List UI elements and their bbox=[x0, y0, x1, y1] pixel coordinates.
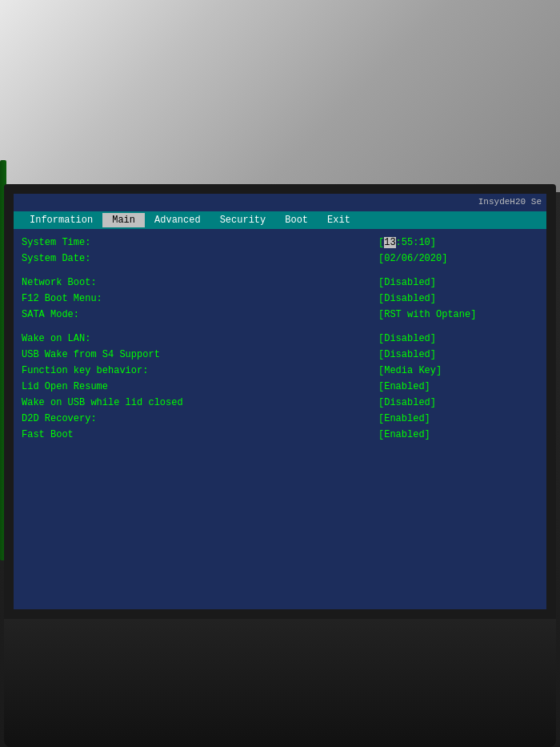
brand-name: InsydeH20 bbox=[478, 197, 526, 207]
lid-open-value: [Enabled] bbox=[378, 380, 538, 394]
fast-boot-value: [Enabled] bbox=[378, 428, 538, 442]
usb-wake-value: [Disabled] bbox=[378, 347, 538, 362]
wake-usb-lid-label: Wake on USB while lid closed bbox=[22, 396, 246, 410]
fast-boot-label: Fast Boot bbox=[22, 428, 246, 442]
fast-boot-row: Fast Boot [Enabled] bbox=[22, 428, 538, 442]
network-boot-label: Network Boot: bbox=[22, 275, 246, 290]
gap-1 bbox=[22, 267, 538, 275]
lid-open-row: Lid Open Resume [Enabled] bbox=[22, 380, 538, 394]
d2d-recovery-value: [Enabled] bbox=[378, 412, 538, 426]
system-date-value: [02/06/2020] bbox=[378, 251, 538, 266]
wake-usb-lid-value: [Disabled] bbox=[378, 396, 538, 410]
network-boot-row: Network Boot: [Disabled] bbox=[22, 275, 538, 290]
system-date-label: System Date: bbox=[22, 251, 246, 266]
function-key-row: Function key behavior: [Media Key] bbox=[22, 363, 538, 378]
wake-lan-row: Wake on LAN: [Disabled] bbox=[22, 331, 538, 346]
screen-bezel: InsydeH20 Se Information Main Advanced S… bbox=[4, 184, 556, 619]
menu-item-main[interactable]: Main bbox=[102, 213, 145, 227]
lid-open-label: Lid Open Resume bbox=[22, 380, 246, 394]
function-key-value: [Media Key] bbox=[378, 363, 538, 378]
f12-boot-value: [Disabled] bbox=[378, 291, 538, 306]
system-time-highlight: 13 bbox=[384, 237, 395, 248]
wake-lan-label: Wake on LAN: bbox=[22, 331, 246, 346]
gap-2 bbox=[22, 323, 538, 331]
sata-mode-value: [RST with Optane] bbox=[378, 307, 538, 322]
sata-mode-row: SATA Mode: [RST with Optane] bbox=[22, 307, 538, 322]
bios-brand: InsydeH20 Se bbox=[478, 197, 542, 207]
menu-bar[interactable]: Information Main Advanced Security Boot … bbox=[14, 211, 546, 229]
menu-item-security[interactable]: Security bbox=[210, 213, 276, 227]
bottom-bezel bbox=[4, 619, 556, 747]
bios-content: System Time: [13:55:10] System Date: [02… bbox=[22, 235, 538, 601]
f12-boot-label: F12 Boot Menu: bbox=[22, 291, 246, 306]
sata-mode-label: SATA Mode: bbox=[22, 307, 246, 322]
system-date-row: System Date: [02/06/2020] bbox=[22, 251, 538, 266]
usb-wake-row: USB Wake from S4 Support [Disabled] bbox=[22, 347, 538, 362]
menu-item-information[interactable]: Information bbox=[20, 213, 102, 227]
d2d-recovery-row: D2D Recovery: [Enabled] bbox=[22, 412, 538, 426]
system-time-row: System Time: [13:55:10] bbox=[22, 235, 538, 250]
top-background bbox=[0, 0, 560, 192]
laptop-frame: InsydeH20 Se Information Main Advanced S… bbox=[0, 0, 560, 747]
brand-suffix: Se bbox=[526, 197, 542, 207]
system-time-value: [13:55:10] bbox=[378, 235, 538, 250]
wake-usb-lid-row: Wake on USB while lid closed [Disabled] bbox=[22, 396, 538, 410]
network-boot-value: [Disabled] bbox=[378, 275, 538, 290]
menu-item-exit[interactable]: Exit bbox=[318, 213, 360, 227]
d2d-recovery-label: D2D Recovery: bbox=[22, 412, 246, 426]
f12-boot-row: F12 Boot Menu: [Disabled] bbox=[22, 291, 538, 306]
system-time-label: System Time: bbox=[22, 235, 246, 250]
bios-screen: InsydeH20 Se Information Main Advanced S… bbox=[14, 194, 546, 609]
menu-item-boot[interactable]: Boot bbox=[275, 213, 318, 227]
menu-item-advanced[interactable]: Advanced bbox=[145, 213, 210, 227]
wake-lan-value: [Disabled] bbox=[378, 331, 538, 346]
function-key-label: Function key behavior: bbox=[22, 363, 246, 378]
usb-wake-label: USB Wake from S4 Support bbox=[22, 347, 246, 362]
